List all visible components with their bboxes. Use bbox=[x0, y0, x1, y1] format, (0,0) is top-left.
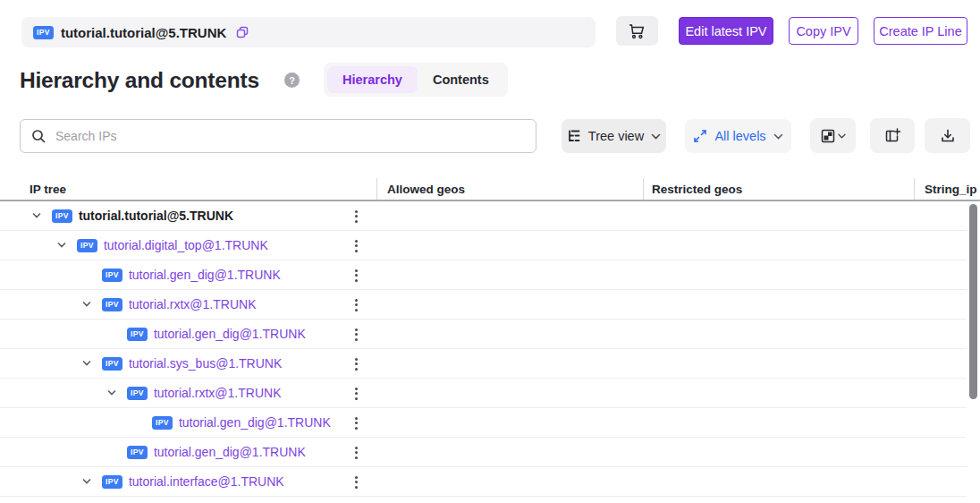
table-row: IPV tutorial.sys_bus@1.TRUNK bbox=[0, 349, 967, 379]
table-row: IPV tutorial.gen_dig@1.TRUNK bbox=[0, 438, 967, 467]
caret-icon[interactable] bbox=[80, 299, 93, 310]
search-input[interactable] bbox=[55, 129, 525, 143]
ip-link[interactable]: tutorial.rxtx@1.TRUNK bbox=[154, 386, 282, 400]
chevron-down-icon bbox=[773, 133, 783, 140]
kebab-menu-icon[interactable] bbox=[350, 349, 362, 379]
table-row: IPV tutorial.gen_dig@1.TRUNK bbox=[0, 320, 967, 349]
tab-contents[interactable]: Contents bbox=[418, 66, 504, 93]
ipv-badge: IPV bbox=[127, 328, 148, 341]
ipv-badge: IPV bbox=[102, 269, 122, 282]
column-header-ip-tree: IP tree bbox=[0, 178, 376, 200]
table-row: IPV tutorial.gen_dig@1.TRUNK bbox=[0, 408, 967, 438]
add-column-icon bbox=[884, 128, 901, 144]
ip-link[interactable]: tutorial.interface@1.TRUNK bbox=[129, 474, 284, 489]
caret-icon[interactable] bbox=[80, 358, 93, 369]
ip-link[interactable]: tutorial.rxtx@1.TRUNK bbox=[129, 297, 257, 311]
column-header-restricted-geos: Restricted geos bbox=[643, 178, 914, 200]
table-row: IPV tutorial.digital_top@1.TRUNK bbox=[0, 231, 967, 260]
kebab-menu-icon[interactable] bbox=[350, 320, 362, 349]
kebab-menu-icon[interactable] bbox=[350, 260, 362, 290]
expand-levels-icon bbox=[693, 129, 707, 143]
create-ip-line-button[interactable]: Create IP Line bbox=[874, 17, 967, 45]
ip-link[interactable]: tutorial.sys_bus@1.TRUNK bbox=[129, 356, 282, 371]
table-row: IPV tutorial.rxtx@1.TRUNK bbox=[0, 290, 967, 320]
table-row: IPV tutorial.rxtx@1.TRUNK bbox=[0, 379, 967, 408]
tree-table-body: IPV tutorial.tutorial@5.TRUNK IPV tutori… bbox=[0, 201, 967, 497]
caret-icon[interactable] bbox=[106, 388, 118, 398]
current-ipv-pill: IPV tutorial.tutorial@5.TRUNK bbox=[21, 17, 596, 47]
ipv-badge: IPV bbox=[102, 298, 122, 311]
ipv-badge: IPV bbox=[127, 387, 148, 400]
table-header: IP tree Allowed geos Restricted geos Str… bbox=[0, 178, 980, 201]
search-icon bbox=[31, 129, 46, 144]
kebab-menu-icon[interactable] bbox=[350, 231, 362, 260]
ip-link[interactable]: tutorial.gen_dig@1.TRUNK bbox=[154, 327, 306, 341]
chevron-down-icon bbox=[651, 133, 661, 140]
ipv-badge: IPV bbox=[152, 416, 173, 430]
ip-link[interactable]: tutorial.gen_dig@1.TRUNK bbox=[179, 415, 331, 430]
tree-view-label: Tree view bbox=[588, 129, 644, 143]
table-row: IPV tutorial.interface@1.TRUNK bbox=[0, 467, 967, 497]
display-options-icon bbox=[820, 128, 836, 144]
table-row: IPV tutorial.tutorial@5.TRUNK bbox=[0, 201, 967, 231]
search-box bbox=[20, 119, 536, 153]
kebab-menu-icon[interactable] bbox=[350, 408, 362, 438]
vertical-scrollbar-thumb[interactable] bbox=[969, 204, 977, 399]
tree-view-icon bbox=[567, 129, 581, 143]
ip-link[interactable]: tutorial.gen_dig@1.TRUNK bbox=[154, 445, 306, 459]
kebab-menu-icon[interactable] bbox=[350, 438, 362, 467]
tab-bar: Hierarchy Contents bbox=[324, 63, 508, 97]
ipv-badge: IPV bbox=[77, 239, 97, 252]
table-row: IPV tutorial.gen_dig@1.TRUNK bbox=[0, 260, 967, 290]
ipv-badge: IPV bbox=[52, 209, 72, 223]
add-column-button[interactable] bbox=[870, 118, 915, 153]
column-header-allowed-geos: Allowed geos bbox=[376, 178, 643, 200]
ip-link[interactable]: tutorial.digital_top@1.TRUNK bbox=[104, 238, 268, 252]
kebab-menu-icon[interactable] bbox=[350, 467, 362, 497]
copy-icon[interactable] bbox=[235, 25, 249, 39]
download-icon bbox=[940, 128, 956, 144]
display-options-button[interactable] bbox=[810, 118, 856, 153]
ip-link[interactable]: tutorial.gen_dig@1.TRUNK bbox=[129, 268, 281, 282]
tree-view-dropdown[interactable]: Tree view bbox=[562, 119, 666, 153]
cart-icon bbox=[628, 22, 646, 40]
caret-icon[interactable] bbox=[55, 240, 68, 251]
caret-icon[interactable] bbox=[80, 476, 93, 487]
tab-hierarchy[interactable]: Hierarchy bbox=[327, 66, 418, 93]
ipv-badge: IPV bbox=[102, 357, 122, 371]
edit-latest-ipv-button[interactable]: Edit latest IPV bbox=[679, 17, 773, 45]
kebab-menu-icon[interactable] bbox=[350, 201, 362, 231]
chevron-down-icon bbox=[838, 133, 846, 139]
levels-dropdown[interactable]: All levels bbox=[685, 119, 791, 153]
caret-icon[interactable] bbox=[30, 210, 43, 221]
cart-button[interactable] bbox=[616, 16, 658, 46]
kebab-menu-icon[interactable] bbox=[350, 290, 362, 320]
ipv-badge: IPV bbox=[33, 26, 54, 39]
copy-ipv-button[interactable]: Copy IPV bbox=[789, 17, 858, 45]
ip-link[interactable]: tutorial.tutorial@5.TRUNK bbox=[79, 209, 233, 223]
help-icon[interactable]: ? bbox=[284, 72, 300, 88]
page-title: Hierarchy and contents bbox=[20, 68, 259, 93]
hierarchy-table: IP tree Allowed geos Restricted geos Str… bbox=[0, 178, 980, 497]
ipv-badge: IPV bbox=[102, 475, 122, 489]
ipv-badge: IPV bbox=[127, 446, 148, 459]
levels-label: All levels bbox=[714, 129, 765, 143]
download-button[interactable] bbox=[925, 118, 970, 153]
column-header-string-ip: String_ip bbox=[914, 178, 980, 200]
kebab-menu-icon[interactable] bbox=[350, 379, 362, 408]
current-ipv-title: tutorial.tutorial@5.TRUNK bbox=[61, 25, 226, 40]
